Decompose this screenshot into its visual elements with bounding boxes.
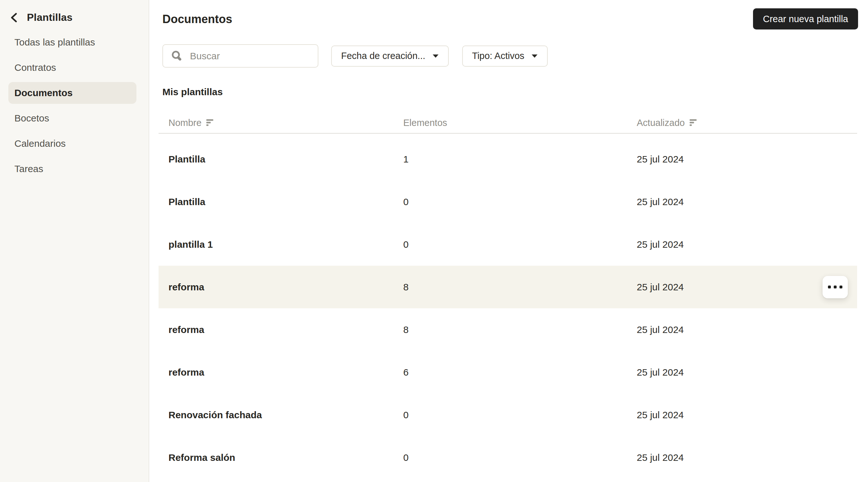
row-updated: 25 jul 2024 — [637, 197, 857, 207]
date-filter-label: Fecha de creación... — [341, 51, 425, 61]
row-updated: 25 jul 2024 — [637, 239, 857, 250]
row-updated: 25 jul 2024 — [637, 154, 857, 165]
row-elements: 6 — [403, 367, 637, 378]
templates-table: Nombre Elementos Actualizado — [159, 113, 857, 479]
sidebar-item-tareas[interactable]: Tareas — [8, 158, 136, 180]
table-body: Plantilla 1 25 jul 2024 Plantilla 0 25 j… — [159, 133, 857, 479]
ellipsis-icon — [839, 285, 842, 289]
row-name: Renovación fachada — [159, 410, 403, 420]
sidebar-title: Plantillas — [27, 11, 73, 23]
chevron-left-icon — [10, 13, 18, 23]
row-name: Plantilla — [159, 154, 403, 165]
main-content: Documentos Crear nueva plantilla Fecha d… — [149, 0, 868, 482]
column-label: Actualizado — [637, 118, 685, 128]
sidebar-item-label: Tareas — [14, 163, 43, 174]
row-updated: 25 jul 2024 — [637, 367, 857, 378]
sidebar-item-contratos[interactable]: Contratos — [8, 57, 136, 79]
sidebar-item-todas-las-plantillas[interactable]: Todas las plantillas — [8, 31, 136, 53]
row-name: Plantilla — [159, 197, 403, 207]
create-template-button[interactable]: Crear nueva plantilla — [753, 8, 858, 29]
sidebar-item-label: Documentos — [14, 88, 73, 98]
row-name: plantilla 1 — [159, 239, 403, 250]
row-name: Reforma salón — [159, 452, 403, 463]
app-window: Plantillas Todas las plantillas Contrato… — [0, 0, 868, 482]
column-label: Elementos — [403, 118, 447, 128]
row-updated: 25 jul 2024 — [637, 410, 857, 420]
sidebar-item-documentos[interactable]: Documentos — [8, 82, 136, 104]
table-row[interactable]: reforma 6 25 jul 2024 — [159, 351, 857, 394]
column-header-actualizado[interactable]: Actualizado — [637, 118, 857, 128]
table-row[interactable]: plantilla 1 0 25 jul 2024 — [159, 223, 857, 266]
row-name: reforma — [159, 282, 403, 293]
row-name: reforma — [159, 367, 403, 378]
type-filter-dropdown[interactable]: Tipo: Activos — [462, 46, 548, 67]
chevron-down-icon — [531, 54, 538, 58]
column-label: Nombre — [168, 118, 202, 128]
row-elements: 0 — [403, 452, 637, 463]
sidebar-item-label: Todas las plantillas — [14, 37, 95, 48]
search-box[interactable] — [162, 44, 318, 68]
table-row[interactable]: Plantilla 1 25 jul 2024 — [159, 138, 857, 180]
search-input[interactable] — [189, 50, 305, 62]
sort-bars-icon — [206, 119, 214, 126]
date-filter-dropdown[interactable]: Fecha de creación... — [331, 46, 449, 67]
table-row[interactable]: Renovación fachada 0 25 jul 2024 — [159, 394, 857, 436]
search-icon — [171, 50, 183, 62]
ellipsis-icon — [834, 285, 837, 289]
table-row[interactable]: Reforma salón 0 25 jul 2024 — [159, 436, 857, 479]
row-name: reforma — [159, 324, 403, 335]
sidebar-item-label: Contratos — [14, 62, 56, 73]
sidebar-item-bocetos[interactable]: Bocetos — [8, 108, 136, 129]
ellipsis-icon — [828, 285, 831, 289]
row-elements: 1 — [403, 154, 637, 165]
row-elements: 8 — [403, 324, 637, 335]
row-elements: 0 — [403, 197, 637, 207]
row-elements: 0 — [403, 410, 637, 420]
sidebar-item-calendarios[interactable]: Calendarios — [8, 133, 136, 154]
sort-bars-icon — [690, 119, 697, 126]
row-menu-button[interactable] — [823, 276, 848, 298]
sidebar-item-label: Bocetos — [14, 113, 49, 124]
type-filter-label: Tipo: Activos — [472, 51, 524, 61]
row-elements: 0 — [403, 239, 637, 250]
sidebar-nav: Todas las plantillas Contratos Documento… — [0, 31, 149, 180]
filters-bar: Fecha de creación... Tipo: Activos — [162, 44, 868, 68]
table-row[interactable]: reforma 8 25 jul 2024 — [159, 308, 857, 351]
table-row[interactable]: Plantilla 0 25 jul 2024 — [159, 180, 857, 223]
chevron-down-icon — [432, 54, 439, 58]
sidebar: Plantillas Todas las plantillas Contrato… — [0, 0, 149, 482]
column-header-nombre[interactable]: Nombre — [159, 118, 403, 128]
table-header: Nombre Elementos Actualizado — [159, 113, 857, 133]
row-updated: 25 jul 2024 — [637, 324, 857, 335]
table-row[interactable]: reforma 8 25 jul 2024 — [159, 266, 857, 308]
row-updated: 25 jul 2024 — [637, 452, 857, 463]
sidebar-item-label: Calendarios — [14, 138, 66, 149]
back-to-plantillas[interactable]: Plantillas — [0, 0, 149, 23]
column-header-elementos[interactable]: Elementos — [403, 118, 637, 128]
section-title: Mis plantillas — [162, 86, 868, 98]
row-elements: 8 — [403, 282, 637, 293]
